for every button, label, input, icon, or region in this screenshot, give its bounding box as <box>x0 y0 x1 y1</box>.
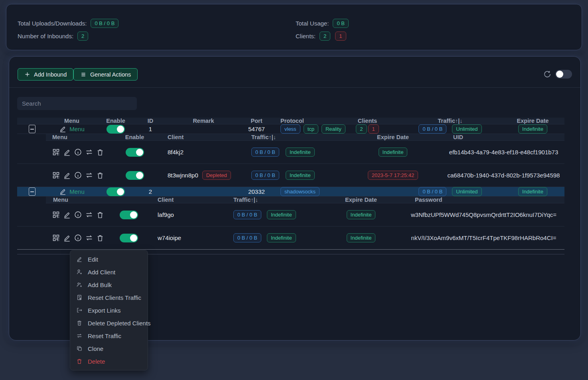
stat-value-badge: 2 <box>77 32 88 41</box>
menu-item-label: Reset Clients Traffic <box>88 294 141 301</box>
reset-traffic-icon[interactable] <box>85 234 93 242</box>
menu-item-delete-depleted-clients[interactable]: Delete Depleted Clients <box>70 317 148 329</box>
inbound-enable-toggle[interactable] <box>107 125 125 134</box>
menu-item-reset-clients-traffic[interactable]: Reset Clients Traffic <box>70 291 148 304</box>
client-enable-toggle[interactable] <box>126 148 144 157</box>
menu-item-add-bulk[interactable]: Add Bulk <box>70 278 148 291</box>
clients-table-header-2: Menu Client Traffic↑|↓ Expire Date Passw… <box>46 197 564 203</box>
client-enable-toggle[interactable] <box>126 171 144 180</box>
row-menu-label: Menu <box>69 126 85 132</box>
client-name: 8f4kj2 <box>156 149 229 156</box>
inbound-row-2: Menu 2 20332 shadowsocks 0 B / 0 B Unlim… <box>17 187 564 197</box>
row-menu-button[interactable]: Menu <box>59 188 85 195</box>
info-icon[interactable] <box>74 211 82 219</box>
menu-item-delete[interactable]: Delete <box>70 355 148 368</box>
expire-badge: 2023-5-7 17:25:42 <box>368 171 418 180</box>
col-menu: Menu <box>47 118 97 124</box>
info-icon[interactable] <box>74 171 82 179</box>
edit-pencil-icon <box>76 256 83 262</box>
expire-badge: Indefinite <box>379 148 408 157</box>
stat-value-badge: 0 B / 0 B <box>91 19 118 28</box>
edit-pencil-icon <box>59 188 67 195</box>
qrcode-icon[interactable] <box>52 234 60 242</box>
delete-client-icon[interactable] <box>96 211 104 219</box>
menu-item-label: Export Links <box>88 307 121 314</box>
refresh-icon[interactable] <box>543 70 551 78</box>
client-enable-toggle[interactable] <box>120 211 138 219</box>
info-icon[interactable] <box>74 234 82 242</box>
client-enable-toggle[interactable] <box>120 234 138 242</box>
menu-item-edit[interactable]: Edit <box>70 253 148 266</box>
toggle-knob <box>130 234 137 242</box>
inbound-context-menu: Edit Add Client Add Bulk Reset Clients T… <box>70 250 148 370</box>
menu-item-clone[interactable]: Clone <box>70 342 148 355</box>
traffic-limit-badge: Indefinite <box>267 210 296 219</box>
edit-pencil-icon[interactable] <box>63 211 71 219</box>
col-port: Port <box>241 118 272 124</box>
stats-card: Total Uploads/Downloads: 0 B / 0 B Numbe… <box>6 4 582 50</box>
menu-item-add-client[interactable]: Add Client <box>70 266 148 278</box>
qrcode-icon[interactable] <box>52 171 60 179</box>
clone-icon <box>76 345 83 352</box>
client-password: nkV/I/3XoAm9v6xMT/T5IcrF4TpeTKF98rHARbRo… <box>403 234 564 241</box>
delete-client-icon[interactable] <box>96 148 104 156</box>
client-password: w3NfbzUPf5WWd745Q8pvsmQrdrttT2IO6knuI7Di… <box>403 211 564 218</box>
edit-pencil-icon[interactable] <box>63 171 71 179</box>
reset-traffic-icon[interactable] <box>85 148 93 156</box>
col-traffic: Traffic↑|↓ <box>229 134 343 140</box>
reset-traffic-icon[interactable] <box>85 171 93 179</box>
file-reset-icon <box>76 294 83 301</box>
traffic-badge: 0 B / 0 B <box>233 233 261 242</box>
menu-item-export-links[interactable]: Export Links <box>70 304 148 317</box>
col-remark: Remark <box>166 118 241 124</box>
edit-pencil-icon[interactable] <box>63 234 71 242</box>
network-badge: tcp <box>304 124 318 134</box>
col-expire-date: Expire Date <box>319 197 403 203</box>
stat-label: Number of Inbounds: <box>18 33 73 39</box>
client-row: 8t3wjnn8p0 Depleted 0 B / 0 B Indefinite… <box>17 164 564 187</box>
edit-pencil-icon[interactable] <box>63 148 71 156</box>
inbounds-table: Menu Enable ID Remark Port Protocol Clie… <box>17 118 564 254</box>
clients-active-badge: 2 <box>356 124 367 134</box>
col-menu: Menu <box>46 197 112 203</box>
col-uid: UID <box>443 134 564 140</box>
traffic-limit-badge: Unlimited <box>452 124 481 134</box>
add-inbound-button[interactable]: Add Inbound <box>18 68 73 81</box>
general-actions-button[interactable]: General Actions <box>73 68 138 81</box>
menu-item-reset-traffic[interactable]: Reset Traffic <box>70 329 148 342</box>
search-input[interactable] <box>17 97 137 110</box>
delete-icon <box>76 358 83 364</box>
row-menu-button[interactable]: Menu <box>59 125 85 133</box>
reset-traffic-icon[interactable] <box>85 211 93 219</box>
delete-client-icon[interactable] <box>96 234 104 242</box>
toolbar-divider <box>9 87 580 88</box>
collapse-row-button[interactable] <box>29 187 36 196</box>
stat-label: Clients: <box>296 33 316 39</box>
edit-pencil-icon <box>59 125 67 133</box>
col-protocol: Protocol <box>272 118 335 124</box>
col-menu: Menu <box>46 134 114 140</box>
collapse-row-button[interactable] <box>29 125 36 133</box>
table-header-row: Menu Enable ID Remark Port Protocol Clie… <box>17 118 564 124</box>
traffic-limit-badge: Unlimited <box>452 187 481 196</box>
toggle-knob <box>136 172 143 179</box>
col-expire-date: Expire Date <box>343 134 443 140</box>
toggle-knob <box>556 71 563 78</box>
menu-item-label: Delete Depleted Clients <box>88 320 151 327</box>
info-icon[interactable] <box>74 148 82 156</box>
add-inbound-label: Add Inbound <box>34 71 67 78</box>
delete-client-icon[interactable] <box>96 171 104 179</box>
users-add-icon <box>76 282 83 288</box>
inbound-row-1: Menu 1 54767 vless tcp Reality 2 1 0 B /… <box>17 124 564 134</box>
dark-mode-toggle[interactable] <box>555 70 572 79</box>
clients-active-badge: 2 <box>320 32 330 41</box>
inbound-enable-toggle[interactable] <box>107 187 125 196</box>
col-client: Client <box>146 197 215 203</box>
stat-label: Total Uploads/Downloads: <box>18 20 87 27</box>
traffic-badge: 0 B / 0 B <box>233 210 261 219</box>
stat-number-of-inbounds: Number of Inbounds: 2 <box>18 30 88 41</box>
qrcode-icon[interactable] <box>52 211 60 219</box>
row-menu-label: Menu <box>69 188 85 195</box>
qrcode-icon[interactable] <box>52 148 60 156</box>
plus-icon <box>24 71 30 77</box>
